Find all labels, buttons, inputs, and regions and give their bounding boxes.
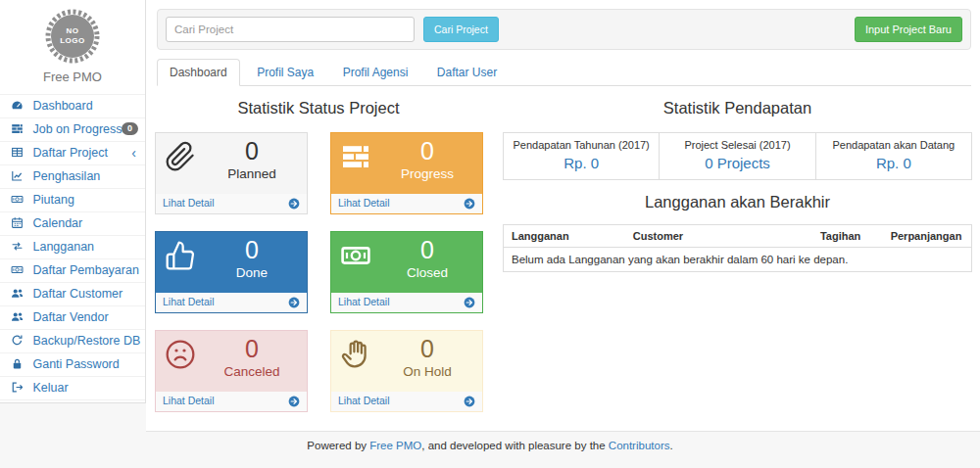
status-count: 0 xyxy=(376,137,478,165)
column-header: Customer xyxy=(625,225,812,248)
income-stat-label: Pendapatan akan Datang xyxy=(815,133,971,154)
lihat-detail-link[interactable]: Lihat Detail xyxy=(331,194,482,213)
input-project-baru-button[interactable]: Input Project Baru xyxy=(855,17,962,42)
paperclip-icon xyxy=(165,141,196,172)
sidebar: NO LOGO Free PMO Dashboard 0 Job on Prog… xyxy=(0,0,146,403)
status-card-on-hold: 0 On Hold Lihat Detail xyxy=(330,330,483,412)
column-header: Langganan xyxy=(504,225,625,248)
sidebar-item-daftar-pembayaran[interactable]: Daftar Pembayaran xyxy=(0,259,145,283)
calendar-icon xyxy=(11,216,24,229)
sidebar-item-daftar-project[interactable]: ‹ Daftar Project xyxy=(0,142,145,165)
tab-daftar-user[interactable]: Daftar User xyxy=(425,60,509,87)
thumbs-up-icon xyxy=(165,240,196,271)
sidebar-item-label: Job on Progress xyxy=(32,122,122,136)
sidebar-item-keluar[interactable]: Keluar xyxy=(0,377,145,400)
income-stat-value: Rp. 0 xyxy=(504,153,660,180)
sidebar-item-label: Backup/Restore DB xyxy=(32,334,140,348)
column-header: Tagihan xyxy=(812,225,883,248)
status-card-progress: 0 Progress Lihat Detail xyxy=(330,132,483,214)
sidebar-item-daftar-vendor[interactable]: Daftar Vendor xyxy=(0,306,145,330)
logo-area: NO LOGO Free PMO xyxy=(0,0,145,94)
column-header: Perpanjangan xyxy=(883,225,972,248)
angle-left-icon: ‹ xyxy=(131,142,136,164)
brand-name: Free PMO xyxy=(0,70,145,84)
section-title-subscriptions: Langganan akan Berakhir xyxy=(503,193,972,211)
section-title-income: Statistik Pendapatan xyxy=(503,99,972,117)
main-content: Cari Project Input Project Baru Dashboar… xyxy=(146,0,980,432)
sidebar-item-penghasilan[interactable]: Penghasilan xyxy=(0,165,145,189)
arrow-circle-right-icon xyxy=(288,396,300,407)
subscriptions-table: Langganan Customer Tagihan Perpanjangan … xyxy=(503,224,972,272)
tasks-icon xyxy=(11,122,24,135)
refresh-icon xyxy=(11,334,24,347)
status-card-done: 0 Done Lihat Detail xyxy=(155,231,308,313)
lihat-detail-link[interactable]: Lihat Detail xyxy=(331,392,482,411)
status-section: Statistik Status Project 0 Planned Lihat… xyxy=(155,86,482,412)
sidebar-item-langganan[interactable]: Langganan xyxy=(0,236,145,259)
sidebar-item-ganti-password[interactable]: Ganti Password xyxy=(0,353,145,377)
money-icon xyxy=(340,240,371,271)
free-pmo-link[interactable]: Free PMO xyxy=(369,440,421,451)
lock-icon xyxy=(11,357,24,370)
tab-profil-saya[interactable]: Profil Saya xyxy=(245,60,325,87)
sidebar-item-label: Daftar Project xyxy=(32,146,107,160)
empty-message: Belum ada Langganan yang akan berakhir d… xyxy=(504,248,972,272)
lihat-detail-link[interactable]: Lihat Detail xyxy=(331,293,482,312)
arrow-circle-right-icon xyxy=(288,297,300,308)
sidebar-item-dashboard[interactable]: Dashboard xyxy=(0,95,145,118)
footer-text: , and developed with pleasure by the xyxy=(421,440,609,451)
hand-icon xyxy=(340,339,371,370)
sidebar-item-label: Daftar Pembayaran xyxy=(32,263,138,277)
sidebar-item-label: Daftar Customer xyxy=(32,287,122,301)
frown-icon xyxy=(165,339,196,370)
no-logo-badge: NO LOGO xyxy=(44,8,101,65)
count-badge: 0 xyxy=(122,122,138,135)
sidebar-item-label: Penghasilan xyxy=(32,169,100,183)
status-count: 0 xyxy=(376,335,478,363)
search-button[interactable]: Cari Project xyxy=(423,17,499,42)
sidebar-item-backup-restore-db[interactable]: Backup/Restore DB xyxy=(0,330,145,353)
arrow-circle-right-icon xyxy=(288,198,300,210)
status-label: Progress xyxy=(376,165,478,183)
search-bar: Cari Project Input Project Baru xyxy=(157,9,971,50)
sidebar-item-label: Calendar xyxy=(32,216,82,230)
tab-profil-agensi[interactable]: Profil Agensi xyxy=(331,60,420,87)
search-input[interactable] xyxy=(166,17,415,42)
status-label: Closed xyxy=(376,264,478,282)
income-stats-table: Pendapatan Tahunan (2017) Project Selesa… xyxy=(503,132,972,180)
status-card-closed: 0 Closed Lihat Detail xyxy=(330,231,483,313)
sidebar-nav: Dashboard 0 Job on Progress ‹ Daftar Pro… xyxy=(0,94,145,400)
status-label: On Hold xyxy=(376,363,478,381)
status-label: Canceled xyxy=(201,363,303,381)
page: NO LOGO Free PMO Dashboard 0 Job on Prog… xyxy=(0,0,980,468)
arrow-circle-right-icon xyxy=(464,297,475,308)
tab-dashboard[interactable]: Dashboard xyxy=(157,59,240,86)
status-card-canceled: 0 Canceled Lihat Detail xyxy=(155,330,308,412)
table-icon xyxy=(11,146,24,159)
footer-text: . xyxy=(669,440,672,451)
arrow-circle-right-icon xyxy=(464,396,475,407)
contributors-link[interactable]: Contributors xyxy=(609,440,670,451)
section-title-status: Statistik Status Project xyxy=(155,99,482,117)
users-icon xyxy=(11,287,24,300)
income-stat-value: 0 Projects xyxy=(660,153,815,180)
lihat-detail-link[interactable]: Lihat Detail xyxy=(156,392,307,411)
lihat-detail-link[interactable]: Lihat Detail xyxy=(156,293,307,312)
right-column: Statistik Pendapatan Pendapatan Tahunan … xyxy=(503,86,972,272)
users-icon xyxy=(11,310,24,323)
page-footer: Powered by Free PMO, and developed with … xyxy=(0,440,980,451)
status-count: 0 xyxy=(201,236,303,264)
sidebar-item-label: Ganti Password xyxy=(32,357,119,371)
sidebar-item-calendar[interactable]: Calendar xyxy=(0,212,145,236)
status-count: 0 xyxy=(376,236,478,264)
sidebar-item-job-on-progress[interactable]: 0 Job on Progress xyxy=(0,118,145,142)
status-count: 0 xyxy=(201,137,303,165)
money-icon xyxy=(11,193,24,206)
lihat-detail-link[interactable]: Lihat Detail xyxy=(156,194,307,213)
sidebar-item-label: Langganan xyxy=(32,240,94,254)
sidebar-item-piutang[interactable]: Piutang xyxy=(0,189,145,212)
sidebar-item-daftar-customer[interactable]: Daftar Customer xyxy=(0,283,145,306)
tasks-icon xyxy=(340,141,371,172)
income-stat-value: Rp. 0 xyxy=(815,153,971,180)
sidebar-item-label: Daftar Vendor xyxy=(32,310,108,324)
